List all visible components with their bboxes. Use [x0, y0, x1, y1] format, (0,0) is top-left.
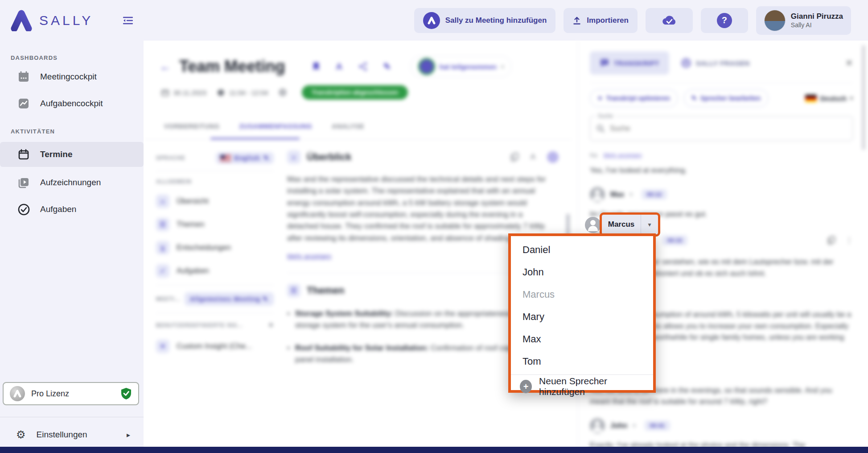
- page-title: Team Meeting: [179, 57, 285, 76]
- selected-speaker: Marcus: [602, 215, 641, 234]
- dropdown-option-mary[interactable]: Mary: [511, 306, 653, 328]
- timestamp-chip[interactable]: 00:15: [662, 235, 687, 245]
- pencil-icon: ✎: [263, 295, 268, 303]
- blurred-content: ← Team Meeting A ✎ hat teilgenommen ▾: [144, 41, 868, 453]
- sidebar-item-label: Aufgaben: [40, 204, 76, 214]
- transcript-entry-tail: Na Mehr anzeigen: [590, 152, 853, 158]
- tab-vorbereitung[interactable]: VORBEREITUNG: [164, 123, 220, 130]
- transcript-language-select[interactable]: Deutsch ▾: [805, 95, 853, 102]
- import-button[interactable]: Importieren: [564, 8, 638, 33]
- main-tabs: VORBEREITUNG ZUSAMMENFASSUNG ANALYSE: [164, 123, 572, 130]
- meeting-type-label: MEETI...: [156, 296, 181, 302]
- meeting-time: 11:04 - 12:04: [229, 89, 268, 96]
- sally-logo-icon: [10, 10, 33, 31]
- transcript-search[interactable]: Suche: [590, 116, 853, 141]
- back-icon[interactable]: ←: [160, 60, 171, 74]
- status-badge: Transkription abgeschlossen: [302, 85, 408, 100]
- translate-icon[interactable]: A: [336, 62, 342, 72]
- sidebar-item-aufzeichnungen[interactable]: Aufzeichnungen: [0, 171, 144, 194]
- sidebar-item-label: Aufgabencockpit: [40, 99, 103, 108]
- add-new-speaker-option[interactable]: + Neuen Sprecher hinzufügen: [511, 375, 653, 398]
- bottom-edge-bar: [0, 447, 868, 453]
- license-card[interactable]: Pro Lizenz: [3, 382, 139, 405]
- dropdown-option-max[interactable]: Max: [511, 328, 653, 350]
- share-icon[interactable]: [358, 62, 367, 71]
- help-button[interactable]: ?: [701, 8, 748, 33]
- language-label: SPRACHE: [156, 155, 185, 161]
- transcript-text: Yes, I've looked at everything.: [590, 165, 853, 176]
- optimize-transcript-button[interactable]: ✦ Transkript optimieren: [590, 89, 678, 107]
- clock-icon: [217, 89, 225, 96]
- dropdown-option-marcus[interactable]: Marcus: [511, 283, 653, 306]
- insight-item-entscheidungen[interactable]: § Entscheidungen: [156, 241, 274, 254]
- close-panel-icon[interactable]: ✕: [845, 58, 853, 68]
- edit-speakers-button[interactable]: ✎ Sprecher bearbeiten: [684, 89, 768, 107]
- globe-icon: [279, 88, 287, 96]
- speaker-name[interactable]: John: [610, 422, 627, 430]
- speaker-dropdown-menu: Daniel John Marcus Mary Max Tom + Neuen …: [508, 233, 656, 393]
- add-insight-icon[interactable]: +: [268, 320, 274, 330]
- insight-item-aufgaben[interactable]: ✓ Aufgaben: [156, 264, 274, 278]
- bookmark-icon[interactable]: [313, 62, 320, 71]
- search-label: Suche: [596, 113, 615, 119]
- speaker-select[interactable]: Marcus ▾: [600, 212, 660, 237]
- dropdown-option-tom[interactable]: Tom: [511, 350, 653, 373]
- more-options-icon[interactable]: ⋮: [845, 236, 853, 245]
- recordings-icon: [17, 176, 30, 189]
- custom-insights-label: BENUTZERDEFINIERTE INS...: [156, 322, 243, 328]
- timestamp-chip[interactable]: 00:41: [645, 420, 670, 431]
- copy-icon[interactable]: [828, 236, 835, 245]
- speaker-avatar-icon: [590, 418, 605, 433]
- speaker-name[interactable]: Max: [610, 191, 624, 199]
- meeting-date: 30.11.2023: [173, 89, 206, 96]
- sidebar-item-aufgaben[interactable]: Aufgaben: [0, 198, 144, 220]
- insights-sidebar: SPRACHE English ✎ ALLGEMEIN ≡ Übersicht: [144, 148, 274, 366]
- timestamp-chip[interactable]: 00:12: [642, 189, 667, 199]
- show-more-link[interactable]: Mehr anzeigen: [287, 252, 331, 260]
- tab-zusammenfassung[interactable]: ZUSAMMENFASSUNG: [239, 123, 313, 130]
- summary-language-select[interactable]: English ✎: [216, 152, 274, 164]
- dropdown-option-john[interactable]: John: [511, 261, 653, 283]
- copy-icon[interactable]: [511, 153, 519, 162]
- sidebar-item-aufgabencockpit[interactable]: Aufgabencockpit: [0, 92, 144, 115]
- tab-analyse[interactable]: ANALYSE: [332, 123, 364, 130]
- edit-icon[interactable]: ✎: [383, 61, 391, 72]
- attendee-avatar-icon: [418, 58, 435, 75]
- meeting-type-button[interactable]: Allgemeines Meeting ✎: [185, 292, 274, 306]
- us-flag-icon: [220, 155, 231, 162]
- regenerate-icon[interactable]: [547, 151, 559, 163]
- overview-title: Überblick: [307, 151, 351, 163]
- user-menu[interactable]: Gianni Piruzza Sally AI: [756, 6, 851, 35]
- divider: [156, 313, 274, 313]
- sally-gray-logo-icon: [10, 386, 25, 401]
- custom-insight-icon: ✦: [156, 340, 169, 353]
- calendar-dots-icon: [17, 70, 30, 83]
- tasks-icon: ✓: [156, 264, 169, 278]
- sidebar-item-einstellungen[interactable]: ⚙ Einstellungen ▸: [0, 423, 144, 446]
- tab-sally-fragen[interactable]: SALLY FRAGEN: [681, 58, 750, 68]
- app-window: SALLY DASHBOARDS Meetingcockpit Aufgaben…: [0, 0, 868, 453]
- chevron-down-icon: ▾: [850, 95, 853, 101]
- panel-scrollbar[interactable]: [862, 45, 865, 150]
- chart-icon: [17, 97, 30, 110]
- collapse-sidebar-icon[interactable]: [123, 17, 133, 25]
- tab-transkript[interactable]: TRANSKRIPT: [590, 51, 669, 75]
- sidebar-item-termine[interactable]: Termine: [0, 142, 144, 167]
- attendance-select[interactable]: hat teilgenommen ▾: [411, 56, 512, 77]
- dropdown-option-daniel[interactable]: Daniel: [511, 239, 653, 261]
- pencil-icon[interactable]: ▾: [629, 191, 633, 198]
- insight-item-custom[interactable]: ✦ Custom Insight (Che...: [156, 340, 274, 353]
- active-tab-indicator: [210, 138, 300, 139]
- sidebar-item-meetingcockpit[interactable]: Meetingcockpit: [0, 66, 144, 88]
- add-sally-to-meeting-button[interactable]: Sally zu Meeting hinzufügen: [414, 8, 556, 33]
- search-input[interactable]: [609, 124, 846, 133]
- translate-icon[interactable]: A: [531, 153, 535, 162]
- meeting-detail: ← Team Meeting A ✎ hat teilgenommen ▾: [144, 41, 572, 453]
- sidebar-item-label: Aufzeichnungen: [40, 178, 101, 187]
- license-label: Pro Lizenz: [31, 389, 114, 399]
- sync-status-button[interactable]: [646, 8, 693, 33]
- insight-item-uebersicht[interactable]: ≡ Übersicht: [156, 195, 274, 208]
- sidebar: SALLY DASHBOARDS Meetingcockpit Aufgaben…: [0, 0, 144, 453]
- pencil-icon[interactable]: ▾: [633, 422, 636, 429]
- insight-item-themen[interactable]: ☰ Themen: [156, 218, 274, 231]
